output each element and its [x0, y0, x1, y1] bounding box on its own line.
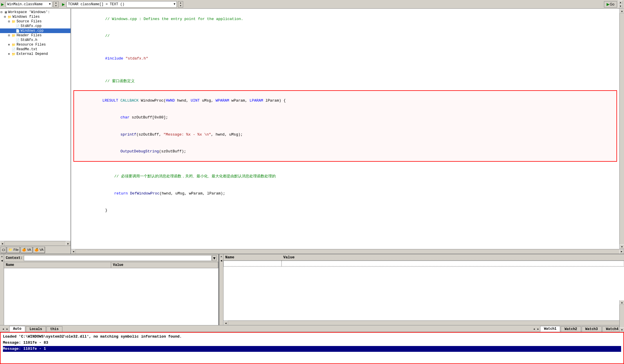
code-line-12: // 必须要调用一个默认的消息处理函数，关闭、最小化、最大化都是由默认消息处理函… [73, 168, 617, 185]
tree-scroll-left[interactable]: ◀ [0, 241, 5, 246]
workspace-root[interactable]: ⊟ 🖥 Workspace 'Windows': [0, 10, 71, 15]
watch-panel: Name Value ◀ ▶ [223, 254, 624, 325]
variable-spinner[interactable]: ▲ ▼ [178, 1, 183, 8]
output-line-1: Loaded 'C:\WINDOWS\system32\ole32.dll', … [3, 334, 621, 340]
watch-hscroll: ◀ ▶ [223, 320, 624, 325]
fileview-btn[interactable]: 📁 File [7, 247, 20, 253]
go-button[interactable]: ▶ Go [604, 1, 617, 8]
tree-item-resource-files[interactable]: ⊕ 📁 Resource Files [0, 42, 71, 47]
va-btn1[interactable]: 🍊 VA [21, 247, 33, 253]
code-area[interactable]: // Windows.cpp : Defines the entry point… [71, 9, 619, 249]
top-toolbar: ▶ WinMain.className ▼ ▲ ▼ ▶ TCHAR classN… [0, 0, 624, 9]
tab-watch3[interactable]: Watch3 [582, 326, 602, 332]
va-btn2[interactable]: 🍊 VA [33, 247, 45, 253]
comment-2: // [96, 34, 110, 38]
sprintf-str: "Message: %x - %x \n" [163, 132, 211, 137]
classview-btn[interactable]: Cl [1, 247, 6, 253]
code-line-11 [73, 162, 617, 168]
tab-watch1[interactable]: Watch1 [540, 326, 560, 332]
auto-value-col-header: Value [111, 262, 218, 268]
context-dropdown-btn[interactable]: ▼ [212, 255, 217, 261]
code-hscroll[interactable]: ◀ ▶ [71, 249, 624, 254]
auto-panel-close[interactable]: ✕ ◀ [0, 254, 4, 325]
scrollbar-right-top[interactable]: ▲ ▼ [618, 1, 623, 8]
tree-item-header-files[interactable]: ⊟ 📁 Header Files [0, 33, 71, 38]
spinner-down[interactable]: ▼ [54, 4, 58, 7]
output-content: Loaded 'C:\WINDOWS\system32\ole32.dll', … [1, 333, 623, 363]
tab-watch1-label: Watch1 [544, 327, 556, 331]
auto-panel-wrapper: ✕ ◀ Context: ▼ Name Value [0, 254, 219, 325]
code-hscroll-right[interactable]: ▶ [619, 249, 624, 254]
tree-item-external-depend[interactable]: ⊕ 📁 External Depend [0, 52, 71, 56]
output-line-2: Message: 1101fe - 83 [3, 340, 621, 346]
variable-dropdown[interactable]: TCHAR className[] = TEXT () ▼ [66, 1, 177, 8]
tree-hscroll-track [5, 241, 66, 246]
tab-auto-label: Auto [13, 327, 21, 331]
szoutbuff-decl: szOutBuff[0x80]; [129, 115, 168, 120]
tree-item-stdafx-h[interactable]: 📄 StdAfx.h [0, 38, 71, 42]
tree-item-readme[interactable]: 📄 ReadMe.txt [0, 47, 71, 52]
tab-this[interactable]: this [46, 326, 62, 332]
code-scroll-track [620, 13, 624, 244]
tab-locals-label: Locals [30, 327, 42, 331]
tree-scroll-right[interactable]: ▶ [66, 241, 71, 246]
tab-watch2-label: Watch2 [565, 327, 577, 331]
tree-item-source-files[interactable]: ⊟ 📁 Source Files [0, 19, 71, 24]
auto-tabs-scroll-left[interactable]: ◀ [1, 326, 5, 332]
windowproc-name: WindowProc( [141, 98, 166, 103]
variable-dropdown-value: TCHAR className[] = TEXT () [68, 2, 124, 6]
auto-tabs-scroll-right[interactable]: ▶ [5, 326, 9, 332]
tree-bottom-toolbar: Cl 📁 File 🍊 VA 🍊 VA [0, 246, 71, 254]
spinner-down2[interactable]: ▼ [178, 4, 183, 7]
watch-tabs-scroll-right[interactable]: ▶ [536, 326, 540, 332]
code-vscroll[interactable]: ▲ ▼ [619, 9, 624, 249]
tab-auto[interactable]: Auto [9, 326, 25, 332]
file-cpp2-icon: 📄 [16, 29, 20, 33]
context-dropdown[interactable] [24, 255, 212, 261]
watch-panel-wrapper: ✕ ◀ Name Value ◀ [219, 254, 624, 325]
auto-tabs-row: ◀ ▶ Auto Locals this ◀ ▶ Watch1 Watch2 W… [0, 325, 624, 332]
tab-this-label: this [50, 327, 59, 331]
file-h-icon: 📄 [16, 38, 20, 42]
readme-icon: 📄 [12, 48, 16, 51]
watch-hscroll-track [228, 321, 619, 325]
code-line-3 [73, 44, 617, 50]
tab-locals[interactable]: Locals [26, 326, 46, 332]
uint-type: UINT [191, 98, 200, 103]
comment-chinese-2: // 必须要调用一个默认的消息处理函数，关闭、最小化、最大化都是由默认消息处理函… [96, 174, 276, 179]
spinner-up2[interactable]: ▲ [178, 1, 183, 4]
spinner-up[interactable]: ▲ [54, 1, 58, 4]
return-kw: return [96, 191, 130, 196]
watch-hscroll-left[interactable]: ◀ [223, 321, 228, 325]
file-tree: ⊟ 🖥 Workspace 'Windows': ⊟ 📁 Windows fil… [0, 9, 71, 241]
tab-watch2[interactable]: Watch2 [561, 326, 581, 332]
output-debug-func: OutputDebugString [120, 149, 159, 154]
code-scroll-down[interactable]: ▼ [620, 244, 624, 249]
header-files-toggle: ⊟ [8, 34, 11, 37]
code-line-8: char szOutBuff[0x80]; [75, 109, 615, 126]
watch-name-input[interactable] [223, 261, 282, 266]
tree-item-stdafx-cpp[interactable]: 📄 StdAfx.cpp [0, 24, 71, 28]
function-dropdown[interactable]: WinMain.className ▼ [6, 1, 52, 8]
code-scroll-up[interactable]: ▲ [620, 9, 624, 13]
output-line-3: Message: 1101fe - 1 [3, 346, 621, 352]
context-label: Context: [6, 256, 23, 260]
watch-panel-close[interactable]: ✕ ◀ [219, 254, 223, 325]
output-panel: Loaded 'C:\WINDOWS\system32\ole32.dll', … [0, 332, 624, 364]
scroll-up-btn[interactable]: ▲ [618, 1, 623, 4]
chevron-down-icon: ▼ [49, 3, 51, 6]
tree-hscroll[interactable]: ◀ ▶ [0, 241, 71, 246]
chevron-down-icon2: ▼ [174, 3, 175, 6]
code-line-13: return DefWindowProc(hwnd, uMsg, wParam,… [73, 185, 617, 202]
nav-forward-icon2: ▶ [62, 1, 65, 7]
file-tree-panel: ⊟ 🖥 Workspace 'Windows': ⊟ 📁 Windows fil… [0, 9, 71, 254]
scroll-down-btn[interactable]: ▼ [618, 4, 623, 8]
sprintf-call [102, 132, 120, 137]
tree-item-windows-files[interactable]: ⊟ 📁 Windows files [0, 15, 71, 19]
watch-tabs-scroll-left[interactable]: ◀ [532, 326, 536, 332]
code-hscroll-left[interactable]: ◀ [71, 249, 76, 254]
function-spinner[interactable]: ▲ ▼ [53, 1, 59, 8]
tree-item-windows-cpp[interactable]: 📄 Windows.cpp [0, 28, 71, 33]
windows-files-icon: 📁 [8, 15, 12, 19]
source-files-toggle: ⊟ [8, 20, 11, 23]
